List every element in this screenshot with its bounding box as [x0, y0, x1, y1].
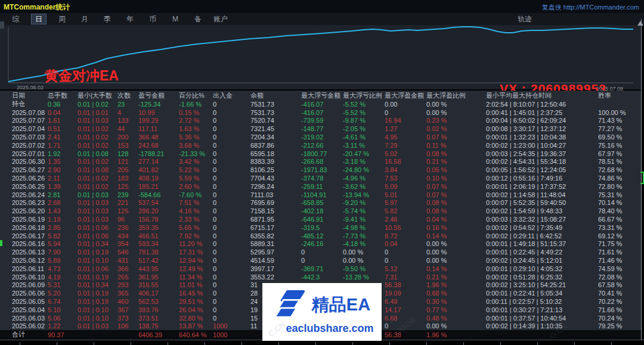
table-row[interactable]: 2025.07.040.510.01 | 0.0244117.111.63 %0… — [0, 125, 641, 133]
cell: 16.45 % — [179, 290, 213, 297]
table-row[interactable]: 2025.07.032.410.01 | 0.02200366.485.36 %… — [0, 133, 641, 141]
cell: 0.15 % — [179, 109, 213, 116]
cell: 1.19 — [48, 216, 78, 223]
cell: 0.01 | 0.19 — [78, 248, 117, 256]
cell: 71.66 % — [598, 306, 632, 313]
table-row[interactable]: 2025.06.191.190.01 | 0.0396156.782.33 %0… — [0, 215, 641, 223]
cell: -7.73 % — [343, 232, 385, 240]
cell: 0.00 — [385, 101, 426, 108]
col-header: 余额 — [250, 91, 301, 100]
cell: 7.31 — [385, 273, 426, 281]
cell: 2025.06.12 — [12, 257, 48, 264]
cell: 7.92 % — [179, 232, 213, 240]
cell: -13.28 % — [343, 273, 385, 281]
menu-item-账户[interactable]: 账户 — [213, 14, 228, 24]
left-scroll-notch[interactable] — [0, 21, 4, 29]
menu-item-年[interactable]: 年 — [123, 14, 137, 24]
cell: 0 — [385, 248, 426, 256]
timeline-tick — [315, 342, 316, 345]
cell: 11.34 % — [179, 273, 213, 281]
table-row[interactable]: 2025.06.242.810.01 | 0.03239-584.66-7.60… — [0, 191, 641, 199]
cell: -1.66 % — [179, 101, 213, 108]
right-edge-marker — [640, 172, 644, 184]
cell: 5.09 — [385, 183, 426, 190]
cell: 8106.25 — [250, 166, 301, 173]
table-row[interactable]: 2025.06.201.430.01 | 0.03125286.204.16 %… — [0, 207, 641, 215]
cell: 6871.95 — [250, 216, 301, 223]
menu-item-日[interactable]: 日 — [31, 14, 47, 24]
table-row[interactable]: 2025.06.165.940.01 | 0.34354593.3411.20 … — [0, 240, 641, 248]
cell: 7158.15 — [250, 207, 301, 215]
menu-item-季[interactable]: 季 — [100, 14, 114, 24]
table-row[interactable]: 2025.07.011.920.01 | 0.08128-1788.21-21.… — [0, 150, 641, 158]
cell: 73.31 % — [598, 224, 632, 231]
cell: 0.01 | 0.03 — [78, 191, 117, 198]
cell: 72.68 % — [598, 166, 632, 173]
cell: -319.5 — [301, 224, 343, 231]
table-row[interactable]: 2025.06.262.110.01 | 0.02183408.195.59 %… — [0, 174, 641, 182]
cell: 366 — [117, 265, 138, 272]
table-row[interactable]: 2025.06.301.350.01 | 0.02121277.143.42 %… — [0, 158, 641, 166]
position-row[interactable]: 持仓0.360.01 | 0.0223-125.34-1.66 %07531.7… — [0, 100, 641, 108]
table-row[interactable]: 2025.06.125.890.01 | 0.10431517.4212.94 … — [0, 256, 641, 265]
cell: 75.16 % — [598, 142, 632, 149]
cell: 2025.06.19 — [12, 216, 48, 223]
cell: -266.68 — [301, 158, 343, 165]
table-row[interactable]: 2025.07.021.710.01 | 0.02153242.683.68 %… — [0, 141, 641, 150]
cell: 0 — [213, 150, 250, 157]
cell: 185.21 — [138, 183, 179, 190]
cell: 128 — [117, 150, 138, 157]
cell: -1971.83 — [301, 166, 343, 173]
cell: 2.33 % — [179, 216, 213, 223]
scroll-arrow-icon[interactable] — [637, 21, 643, 26]
cell: 72.80 % — [598, 183, 632, 190]
table-row[interactable]: 2025.06.137.900.01 | 0.19546781.3817.31 … — [0, 248, 641, 256]
menu-item-备[interactable]: 备 — [191, 14, 205, 24]
table-row[interactable]: 2025.06.232.680.01 | 0.03221537.547.51 %… — [0, 199, 641, 207]
cell: -1788.21 — [138, 150, 179, 157]
cell: 2025.06.25 — [12, 183, 48, 190]
cell: 0 — [213, 290, 250, 297]
titlebar-link[interactable]: 复盘侠 http://MTCommander.com — [542, 3, 639, 12]
cell: 1.39 — [48, 183, 78, 190]
table-row[interactable]: 2025.06.104.190.01 | 0.19265361.9511.34 … — [0, 273, 641, 281]
menu-item-周[interactable]: 周 — [55, 14, 69, 24]
cell: 0:00:02 | 1:14:58 | 11:48:04 — [486, 191, 598, 198]
cell: 0.00 % — [426, 257, 486, 264]
menu-item-月[interactable]: 月 — [78, 14, 92, 24]
cell: -5.52 % — [343, 109, 385, 116]
cell: 0.77 % — [426, 306, 486, 313]
col-header: 总手数 — [48, 91, 78, 100]
table-row[interactable]: 2025.07.071.610.01 | 0.03133199.292.72 %… — [0, 117, 641, 125]
menu-item-track[interactable]: 轨迹 — [518, 14, 532, 24]
table-row[interactable]: 2025.06.272.900.01 | 0.08205401.825.22 %… — [0, 166, 641, 174]
cell: 0:00:41 | 1:45:01 | 2:37:25 — [486, 109, 598, 116]
table-row[interactable]: 2025.06.251.390.01 | 0.02125185.212.60 %… — [0, 182, 641, 191]
cell: 69.50 % — [598, 133, 632, 141]
table-row[interactable]: 2025.06.175.820.01 | 0.06434466.517.92 %… — [0, 232, 641, 240]
timeline-tick — [463, 342, 464, 345]
cell: 96 — [117, 216, 138, 223]
menu-item-币[interactable]: 币 — [145, 14, 160, 24]
cell: 1.96 % — [426, 281, 486, 288]
cell: 0:00:02 | 4:54:31 | 55:34:18 — [486, 158, 598, 165]
table-row[interactable]: 2025.07.080.040.01 | 0.01410.990.15 %075… — [0, 108, 641, 117]
cell: 8383.39 — [250, 158, 301, 165]
cell: 79.25 % — [598, 322, 632, 330]
menu-item-M[interactable]: M — [168, 14, 182, 24]
cell: 11.20 % — [179, 240, 213, 247]
cell: 546 — [117, 248, 138, 256]
cell: 71.46 % — [598, 257, 632, 264]
table-row[interactable]: 2025.06.114.730.01 | 0.06366443.9512.49 … — [0, 265, 641, 273]
table-row[interactable]: 2025.06.182.850.01 | 0.06236359.355.65 %… — [0, 223, 641, 232]
cell: 0 — [213, 207, 250, 215]
cell: 0.08 % — [426, 150, 486, 157]
cell: 0.00 % — [426, 101, 486, 108]
chart-date-start: 2025.06.02 — [17, 85, 44, 91]
menu-item-综[interactable]: 综 — [8, 14, 23, 24]
cell: 5.82 — [48, 232, 78, 240]
cell: -319.02 — [301, 133, 343, 141]
cell: 0 — [213, 142, 250, 149]
cell: 0.21 % — [426, 158, 486, 165]
cell: -24.80 % — [343, 166, 385, 173]
